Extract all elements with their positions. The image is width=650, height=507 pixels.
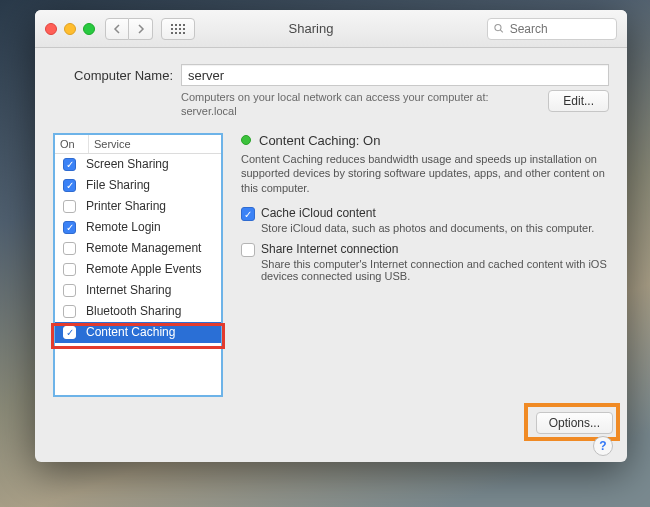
share-internet-label: Share Internet connection (261, 242, 398, 256)
search-input[interactable] (508, 21, 610, 37)
service-checkbox[interactable] (63, 305, 76, 318)
window-title: Sharing (135, 21, 487, 36)
service-row-remote-management[interactable]: Remote Management (55, 238, 221, 259)
sharing-preferences-window: Sharing Computer Name: Computers on your… (35, 10, 627, 462)
service-checkbox[interactable]: ✓ (63, 221, 76, 234)
service-checkbox[interactable] (63, 200, 76, 213)
service-row-remote-apple-events[interactable]: Remote Apple Events (55, 259, 221, 280)
service-label: Remote Management (86, 241, 201, 255)
service-checkbox[interactable]: ✓ (63, 326, 76, 339)
service-label: Remote Login (86, 220, 161, 234)
options-button[interactable]: Options... (536, 412, 613, 434)
minimize-icon[interactable] (64, 23, 76, 35)
service-checkbox[interactable] (63, 242, 76, 255)
col-on: On (55, 135, 89, 153)
back-button[interactable] (105, 18, 129, 40)
service-label: Content Caching (86, 325, 175, 339)
service-row-content-caching[interactable]: ✓Content Caching (55, 322, 221, 343)
service-checkbox[interactable]: ✓ (63, 179, 76, 192)
service-checkbox[interactable] (63, 284, 76, 297)
service-label: Screen Sharing (86, 157, 169, 171)
zoom-icon[interactable] (83, 23, 95, 35)
service-row-remote-login[interactable]: ✓Remote Login (55, 217, 221, 238)
service-row-file-sharing[interactable]: ✓File Sharing (55, 175, 221, 196)
service-row-printer-sharing[interactable]: Printer Sharing (55, 196, 221, 217)
service-row-internet-sharing[interactable]: Internet Sharing (55, 280, 221, 301)
close-icon[interactable] (45, 23, 57, 35)
help-icon: ? (599, 439, 606, 453)
status-title: Content Caching: On (259, 133, 380, 148)
cache-icloud-option[interactable]: ✓ Cache iCloud content Store iCloud data… (241, 206, 609, 234)
share-internet-checkbox[interactable] (241, 243, 255, 257)
computer-name-label: Computer Name: (53, 68, 173, 83)
services-header: On Service (55, 135, 221, 154)
service-row-bluetooth-sharing[interactable]: Bluetooth Sharing (55, 301, 221, 322)
share-internet-sub: Share this computer's Internet connectio… (261, 258, 609, 282)
window-controls (45, 23, 95, 35)
search-icon (494, 23, 504, 34)
cache-icloud-sub: Store iCloud data, such as photos and do… (261, 222, 594, 234)
status-indicator-icon (241, 135, 251, 145)
service-label: Printer Sharing (86, 199, 166, 213)
service-label: Remote Apple Events (86, 262, 201, 276)
search-field[interactable] (487, 18, 617, 40)
content-area: Computer Name: Computers on your local n… (35, 48, 627, 462)
titlebar: Sharing (35, 10, 627, 48)
service-label: Internet Sharing (86, 283, 171, 297)
service-row-screen-sharing[interactable]: ✓Screen Sharing (55, 154, 221, 175)
service-checkbox[interactable]: ✓ (63, 158, 76, 171)
service-checkbox[interactable] (63, 263, 76, 276)
service-label: Bluetooth Sharing (86, 304, 181, 318)
cache-icloud-checkbox[interactable]: ✓ (241, 207, 255, 221)
computer-name-input[interactable] (181, 64, 609, 86)
service-label: File Sharing (86, 178, 150, 192)
services-list[interactable]: On Service ✓Screen Sharing✓File SharingP… (53, 133, 223, 397)
computer-name-hint: Computers on your local network can acce… (181, 90, 501, 119)
col-service: Service (89, 135, 221, 153)
svg-line-13 (500, 30, 502, 32)
help-button[interactable]: ? (593, 436, 613, 456)
svg-point-12 (495, 25, 501, 31)
share-internet-option[interactable]: Share Internet connection Share this com… (241, 242, 609, 282)
edit-hostname-button[interactable]: Edit... (548, 90, 609, 112)
status-description: Content Caching reduces bandwidth usage … (241, 152, 609, 197)
cache-icloud-label: Cache iCloud content (261, 206, 376, 220)
services-panel: On Service ✓Screen Sharing✓File SharingP… (53, 133, 223, 452)
options-area: Options... (536, 412, 613, 434)
